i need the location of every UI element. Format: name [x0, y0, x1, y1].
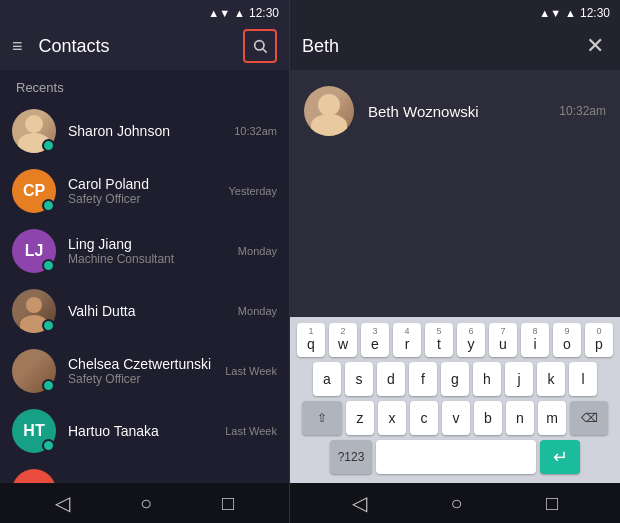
- key-t[interactable]: 5t: [425, 323, 453, 357]
- search-input-container[interactable]: [302, 36, 572, 57]
- contact-info: Ling Jiang Machine Consultant: [68, 236, 226, 266]
- key-w[interactable]: 2w: [329, 323, 357, 357]
- key-u[interactable]: 7u: [489, 323, 517, 357]
- list-item[interactable]: CP Carol Poland Safety Officer Yesterday: [0, 161, 289, 221]
- right-bottom-nav: ◁ ○ □: [290, 483, 620, 523]
- list-item[interactable]: Beth Woznowski 10:32am: [290, 78, 620, 144]
- contact-role: Safety Officer: [68, 372, 213, 386]
- search-results: Beth Woznowski 10:32am: [290, 70, 620, 317]
- space-key[interactable]: [376, 440, 536, 474]
- key-n[interactable]: n: [506, 401, 534, 435]
- home-button-right[interactable]: ○: [450, 492, 462, 515]
- search-panel: ▲▼ ▲ 12:30 ✕ Beth Woznowski 10:32am 1q 2…: [290, 0, 620, 523]
- contact-role: Machine Consultant: [68, 252, 226, 266]
- back-button[interactable]: ◁: [55, 491, 70, 515]
- contact-time: Last Week: [225, 365, 277, 377]
- delete-key[interactable]: ⌫: [570, 401, 608, 435]
- wifi-icon: ▲: [234, 7, 245, 19]
- recents-button-right[interactable]: □: [546, 492, 558, 515]
- contact-info: Chelsea Czetwertunski Safety Officer: [68, 356, 213, 386]
- home-button[interactable]: ○: [140, 492, 152, 515]
- svg-line-1: [263, 49, 267, 53]
- list-item[interactable]: Valhi Dutta Monday: [0, 281, 289, 341]
- key-row-bottom: ?123 ↵: [294, 440, 616, 474]
- search-button[interactable]: [243, 29, 277, 63]
- key-f[interactable]: f: [409, 362, 437, 396]
- contacts-panel: ▲▼ ▲ 12:30 ≡ Contacts Recents Sharon Joh…: [0, 0, 290, 523]
- contact-time: 10:32am: [559, 104, 606, 118]
- key-i[interactable]: 8i: [521, 323, 549, 357]
- num-toggle-key[interactable]: ?123: [330, 440, 372, 474]
- online-indicator: [42, 199, 55, 212]
- right-status-bar: ▲▼ ▲ 12:30: [290, 0, 620, 22]
- contact-time: 10:32am: [234, 125, 277, 137]
- key-c[interactable]: c: [410, 401, 438, 435]
- key-s[interactable]: s: [345, 362, 373, 396]
- key-y[interactable]: 6y: [457, 323, 485, 357]
- list-item[interactable]: CP Jalene Ng 2 Weeks Ago: [0, 461, 289, 483]
- enter-key[interactable]: ↵: [540, 440, 580, 474]
- key-g[interactable]: g: [441, 362, 469, 396]
- contact-name: Hartuo Tanaka: [68, 423, 213, 439]
- avatar-initials: LJ: [25, 242, 44, 260]
- close-button[interactable]: ✕: [582, 29, 608, 63]
- contacts-header: ≡ Contacts: [0, 22, 289, 70]
- key-x[interactable]: x: [378, 401, 406, 435]
- key-a[interactable]: a: [313, 362, 341, 396]
- key-j[interactable]: j: [505, 362, 533, 396]
- contact-time: Monday: [238, 245, 277, 257]
- key-k[interactable]: k: [537, 362, 565, 396]
- signal-icon-right: ▲▼: [539, 7, 561, 19]
- contact-time: Monday: [238, 305, 277, 317]
- key-l[interactable]: l: [569, 362, 597, 396]
- shift-key[interactable]: ⇧: [302, 401, 342, 435]
- contact-name: Carol Poland: [68, 176, 216, 192]
- right-time: 12:30: [580, 6, 610, 20]
- svg-point-0: [255, 41, 264, 50]
- online-indicator: [42, 319, 55, 332]
- key-row-zxcv: ⇧ z x c v b n m ⌫: [294, 401, 616, 435]
- contact-info: Hartuo Tanaka: [68, 423, 213, 439]
- avatar-wrap: [12, 349, 56, 393]
- list-item[interactable]: Sharon Johnson 10:32am: [0, 101, 289, 161]
- online-indicator: [42, 139, 55, 152]
- key-row-numbers: 1q 2w 3e 4r 5t 6y 7u 8i: [294, 323, 616, 357]
- avatar-initials: CP: [23, 182, 45, 200]
- contact-name: Chelsea Czetwertunski: [68, 356, 213, 372]
- key-z[interactable]: z: [346, 401, 374, 435]
- key-v[interactable]: v: [442, 401, 470, 435]
- signal-icon: ▲▼: [208, 7, 230, 19]
- key-b[interactable]: b: [474, 401, 502, 435]
- back-button-right[interactable]: ◁: [352, 491, 367, 515]
- list-item[interactable]: Chelsea Czetwertunski Safety Officer Las…: [0, 341, 289, 401]
- keyboard: 1q 2w 3e 4r 5t 6y 7u 8i: [290, 317, 620, 483]
- avatar-initials: CP: [23, 482, 45, 483]
- contact-name: Ling Jiang: [68, 236, 226, 252]
- key-e[interactable]: 3e: [361, 323, 389, 357]
- recents-button[interactable]: □: [222, 492, 234, 515]
- search-input[interactable]: [302, 36, 572, 57]
- key-m[interactable]: m: [538, 401, 566, 435]
- avatar: [304, 86, 354, 136]
- online-indicator: [42, 259, 55, 272]
- avatar-initials: HT: [23, 422, 44, 440]
- avatar-wrap: [12, 109, 56, 153]
- key-d[interactable]: d: [377, 362, 405, 396]
- list-item[interactable]: LJ Ling Jiang Machine Consultant Monday: [0, 221, 289, 281]
- online-indicator: [42, 379, 55, 392]
- contact-info: Carol Poland Safety Officer: [68, 176, 216, 206]
- contact-name: Valhi Dutta: [68, 303, 226, 319]
- key-q[interactable]: 1q: [297, 323, 325, 357]
- contact-time: Yesterday: [228, 185, 277, 197]
- list-item[interactable]: HT Hartuo Tanaka Last Week: [0, 401, 289, 461]
- key-row-asdf: a s d f g h j k l: [294, 362, 616, 396]
- header-left: ≡ Contacts: [12, 36, 110, 57]
- avatar: CP: [12, 469, 56, 483]
- left-status-bar: ▲▼ ▲ 12:30: [0, 0, 289, 22]
- key-r[interactable]: 4r: [393, 323, 421, 357]
- menu-icon[interactable]: ≡: [12, 36, 23, 57]
- key-o[interactable]: 9o: [553, 323, 581, 357]
- key-p[interactable]: 0p: [585, 323, 613, 357]
- key-h[interactable]: h: [473, 362, 501, 396]
- avatar-wrap: [12, 289, 56, 333]
